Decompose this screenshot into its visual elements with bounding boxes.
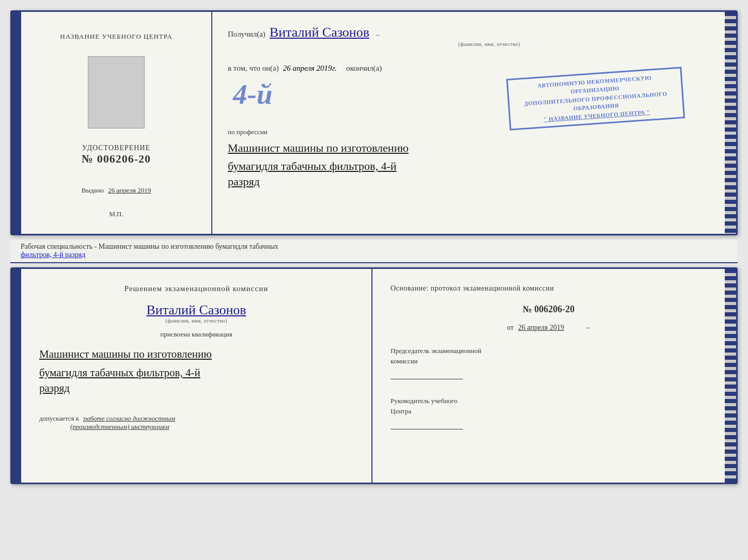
training-center-label: НАЗВАНИЕ УЧЕБНОГО ЦЕНТРА <box>60 33 172 41</box>
issued-date: 26 апреля 2019 <box>108 186 151 194</box>
profession-line1: Машинист машины по изготовлению <box>228 139 709 157</box>
vtom-date: 26 апреля 2019г. <box>283 64 337 73</box>
right-edge-top <box>725 12 736 234</box>
top-document: НАЗВАНИЕ УЧЕБНОГО ЦЕНТРА УДОСТОВЕРЕНИЕ №… <box>10 10 738 235</box>
right-edge-bottom <box>725 269 736 483</box>
fio-label-top: (фамилия, имя, отчество) <box>269 41 709 47</box>
decision-title: Решением экзаменационной комиссии <box>39 284 353 293</box>
protocol-date-value: 26 апреля 2019 <box>518 324 564 331</box>
cert-title: УДОСТОВЕРЕНИЕ <box>82 144 151 152</box>
bottom-document: Решением экзаменационной комиссии Витали… <box>10 267 738 484</box>
chairman-section: Председатель экзаменационной комиссии <box>391 346 707 379</box>
middle-text-band: Рабочая специальность - Машинист машины … <box>10 239 738 263</box>
dopuskaetsya-value2: (производственным) инструкциям <box>70 423 169 430</box>
middle-text-underline: фильтров, 4-й разряд <box>21 251 85 259</box>
profession-line3: разряд <box>228 175 709 188</box>
qual-line3: разряд <box>39 382 353 395</box>
protocol-number: № 006206-20 <box>391 304 707 315</box>
director-section: Руководитель учебного Центра <box>391 396 707 429</box>
bottom-left-spine <box>12 269 21 483</box>
photo-placeholder <box>88 56 145 129</box>
page-wrapper: НАЗВАНИЕ УЧЕБНОГО ЦЕНТРА УДОСТОВЕРЕНИЕ №… <box>10 10 738 484</box>
director-label: Руководитель учебного Центра <box>391 396 707 416</box>
stamp-overlay: АВТОНОМНУЮ НЕКОММЕРЧЕСКУЮ ОРГАНИЗАЦИЮ ДО… <box>506 67 685 130</box>
left-spine <box>12 12 21 234</box>
received-prefix: Получил(а) <box>228 30 266 39</box>
received-name: Виталий Сазонов <box>270 25 369 40</box>
issued-label: Выдано <box>82 186 104 194</box>
qual-line1: Машинист машины по изготовлению <box>39 345 353 364</box>
bottom-fio-label: (фамилия, имя, отчество) <box>39 318 353 324</box>
middle-text-plain: Рабочая специальность - Машинист машины … <box>21 243 278 250</box>
cert-number: № 006206-20 <box>82 152 151 166</box>
vtom-prefix: в том, что он(а) <box>228 64 279 73</box>
mp-label: М.П. <box>109 210 123 218</box>
bottom-right-panel: Основание: протокол экзаменационной коми… <box>372 269 725 483</box>
by-profession-label: по профессии <box>228 128 709 136</box>
qualification-label: присвоена квалификация <box>39 330 353 339</box>
cert-right-panel: Получил(а) Виталий Сазонов – (фамилия, и… <box>212 12 725 234</box>
bottom-person-name: Виталий Сазонов <box>39 302 353 318</box>
bottom-left-panel: Решением экзаменационной комиссии Витали… <box>21 269 372 483</box>
chairman-label: Председатель экзаменационной комиссии <box>391 346 707 366</box>
protocol-date: от 26 апреля 2019 – <box>391 324 707 332</box>
cert-left-panel: НАЗВАНИЕ УЧЕБНОГО ЦЕНТРА УДОСТОВЕРЕНИЕ №… <box>21 12 212 234</box>
protocol-date-prefix: от <box>507 324 513 331</box>
director-sig-line <box>391 429 463 429</box>
qual-line2: бумагидля табачных фильтров, 4-й <box>39 364 353 382</box>
stamp-big-number: 4-й <box>233 78 272 110</box>
dopuskaetsya-value: работе согласно должностным <box>83 414 175 422</box>
chairman-sig-line <box>391 379 463 379</box>
okончил: окончил(а) <box>346 64 382 73</box>
profession-line2: бумагидля табачных фильтров, 4-й <box>228 157 709 175</box>
dopuskaetsya-prefix: допускается к <box>39 414 79 422</box>
osnovaniye-text: Основание: протокол экзаменационной коми… <box>391 284 707 293</box>
